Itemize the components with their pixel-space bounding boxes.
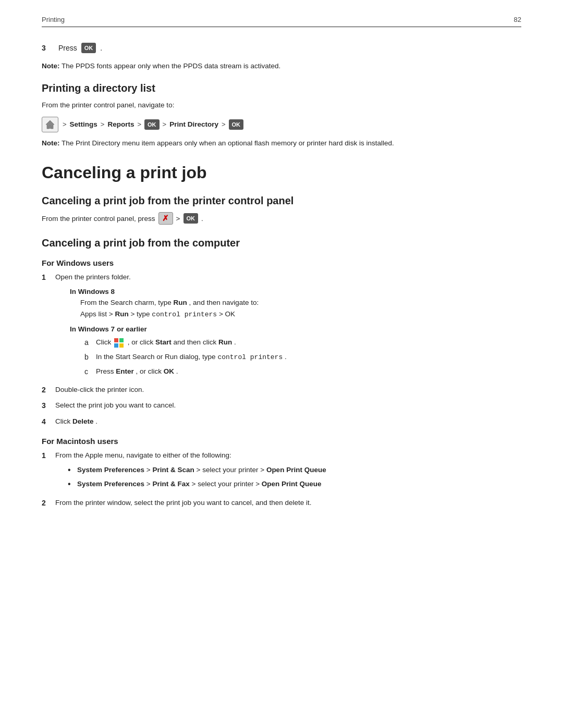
- mac-step2-content: From the printer window, select the prin…: [55, 497, 521, 509]
- cancel-path: From the printer control panel, press ✗ …: [42, 212, 521, 225]
- mac-b2-arrow1: >: [146, 480, 153, 488]
- mac-step1-text: From the Apple menu, navigate to either …: [55, 451, 231, 459]
- svg-rect-1: [49, 126, 51, 129]
- step2-text: Double-click the printer icon.: [55, 386, 144, 393]
- step3-press-label: Press: [58, 44, 77, 52]
- mac-bullet-list: • System Preferences > Print & Scan > se…: [68, 464, 521, 490]
- win7-title: In Windows 7 or earlier: [70, 325, 147, 333]
- header-page-number: 82: [514, 16, 521, 23]
- header-title: Printing: [42, 16, 65, 23]
- windows-title: For Windows users: [42, 258, 521, 267]
- mac-b2-sys-pref: System Preferences: [77, 480, 144, 488]
- note1-text: The PPDS fonts appear only when the PPDS…: [62, 62, 280, 70]
- nav-sep2: >: [101, 120, 105, 128]
- bullet-dot1: •: [68, 464, 77, 476]
- win8-line1-pre: From the Search charm, type: [80, 299, 172, 306]
- step4-num: 4: [42, 416, 55, 427]
- nav-sep1: >: [63, 120, 67, 128]
- step-a-content: Click , or: [96, 337, 236, 348]
- win8-code: control printers: [152, 311, 217, 318]
- step3-content-win: Select the print job you want to cancel.: [55, 400, 521, 411]
- step-c-ok: OK: [164, 367, 174, 375]
- cancel-intro: From the printer control panel, press: [42, 215, 155, 223]
- alpha-a: a: [84, 337, 96, 348]
- win7-step-a: a Click: [84, 337, 521, 348]
- note2-text: The Print Directory menu item appears on…: [62, 139, 394, 147]
- step-a-run: Run: [218, 338, 232, 346]
- nav-settings: Settings: [70, 120, 97, 128]
- mac-bullet1-content: System Preferences > Print & Scan > sele…: [77, 464, 326, 476]
- step3-num-win: 3: [42, 400, 55, 411]
- nav-print-directory: Print Directory: [169, 120, 218, 128]
- win8-line2-pre: Apps list >: [80, 310, 115, 318]
- step-c-enter: Enter: [116, 367, 134, 375]
- step-b-pre: In the Start Search or Run dialog, type: [96, 353, 216, 361]
- mac-b2-print-fax: Print & Fax: [153, 480, 190, 488]
- step-a-or: , or click: [128, 338, 155, 346]
- mac-steps: 1 From the Apple menu, navigate to eithe…: [42, 450, 521, 509]
- cancel-period: .: [201, 215, 203, 223]
- step-a-and: and then click: [174, 338, 218, 346]
- section1-title: Printing a directory list: [42, 82, 521, 94]
- nav-sep4: >: [163, 120, 167, 128]
- home-icon: [42, 117, 58, 132]
- bullet-dot2: •: [68, 478, 77, 490]
- mac-b1-open-queue: Open Print Queue: [266, 466, 326, 474]
- step3-text-win: Select the print job you want to cancel.: [55, 401, 176, 409]
- nav-sep5: >: [222, 120, 226, 128]
- win8-line2: Apps list > Run > type control printers …: [80, 309, 521, 320]
- mac-step2-num: 2: [42, 497, 55, 509]
- note2-label: Note:: [42, 139, 60, 147]
- cancel-sep: >: [176, 215, 180, 223]
- step3-press-ok: 3 Press OK .: [42, 43, 521, 53]
- win8-run: Run: [174, 299, 187, 306]
- section2-title: Canceling a print job: [42, 163, 521, 182]
- mac-bullet1: • System Preferences > Print & Scan > se…: [68, 464, 521, 476]
- win7-step-b: b In the Start Search or Run dialog, typ…: [84, 351, 521, 363]
- mac-bullet2: • System Preferences > Print & Fax > sel…: [68, 478, 521, 490]
- step4-delete: Delete: [72, 417, 94, 425]
- step4-period: .: [95, 417, 97, 425]
- mac-step1: 1 From the Apple menu, navigate to eithe…: [42, 450, 521, 493]
- windows-step4: 4 Click Delete .: [42, 416, 521, 427]
- windows-step1: 1 Open the printers folder. In Windows 8…: [42, 272, 521, 380]
- mac-b1-sys-pref: System Preferences: [77, 466, 144, 474]
- note2: Note: The Print Directory menu item appe…: [42, 138, 521, 149]
- note1: Note: The PPDS fonts appear only when th…: [42, 60, 521, 72]
- mac-bullet2-content: System Preferences > Print & Fax > selec…: [77, 478, 322, 490]
- windows-logo-icon: [113, 337, 125, 349]
- step3-period: .: [100, 44, 102, 52]
- page: Printing 82 3 Press OK . Note: The PPDS …: [0, 0, 563, 728]
- step-b-content: In the Start Search or Run dialog, type …: [96, 351, 287, 363]
- win8-line2-post: > OK: [219, 310, 235, 318]
- step-c-period: .: [176, 367, 178, 375]
- step3-number: 3: [42, 44, 51, 52]
- alpha-b: b: [84, 351, 96, 363]
- section1-intro: From the printer control panel, navigate…: [42, 100, 521, 112]
- svg-rect-5: [119, 343, 124, 348]
- mac-step2: 2 From the printer window, select the pr…: [42, 497, 521, 509]
- svg-rect-2: [114, 338, 118, 342]
- ok-button-cancel: OK: [183, 213, 199, 224]
- win7-block: In Windows 7 or earlier a Click: [70, 324, 521, 377]
- mac-b1-mid1: > select your printer >: [197, 466, 266, 474]
- step-b-period: .: [285, 353, 287, 361]
- ok-button-step3: OK: [81, 43, 96, 53]
- step1-num: 1: [42, 272, 55, 283]
- ok-button-nav1: OK: [144, 119, 160, 130]
- note1-label: Note:: [42, 62, 60, 70]
- nav-reports: Reports: [107, 120, 134, 128]
- win7-step-c: c Press Enter , or click OK .: [84, 366, 521, 377]
- step-a-period: .: [234, 338, 236, 346]
- mac-b2-mid1: > select your printer >: [192, 480, 262, 488]
- mac-title: For Macintosh users: [42, 437, 521, 446]
- step-b-code: control printers: [217, 353, 283, 361]
- win8-line2-mid: > type: [130, 310, 152, 318]
- step4-pre: Click: [55, 417, 70, 425]
- section2a-title: Canceling a print job from the printer c…: [42, 195, 521, 207]
- windows-steps: 1 Open the printers folder. In Windows 8…: [42, 272, 521, 427]
- mac-step1-content: From the Apple menu, navigate to either …: [55, 450, 521, 493]
- win8-block: In Windows 8 From the Search charm, type…: [70, 286, 521, 320]
- win7-alpha-list: a Click: [84, 337, 521, 377]
- mac-b1-print-scan: Print & Scan: [153, 466, 194, 474]
